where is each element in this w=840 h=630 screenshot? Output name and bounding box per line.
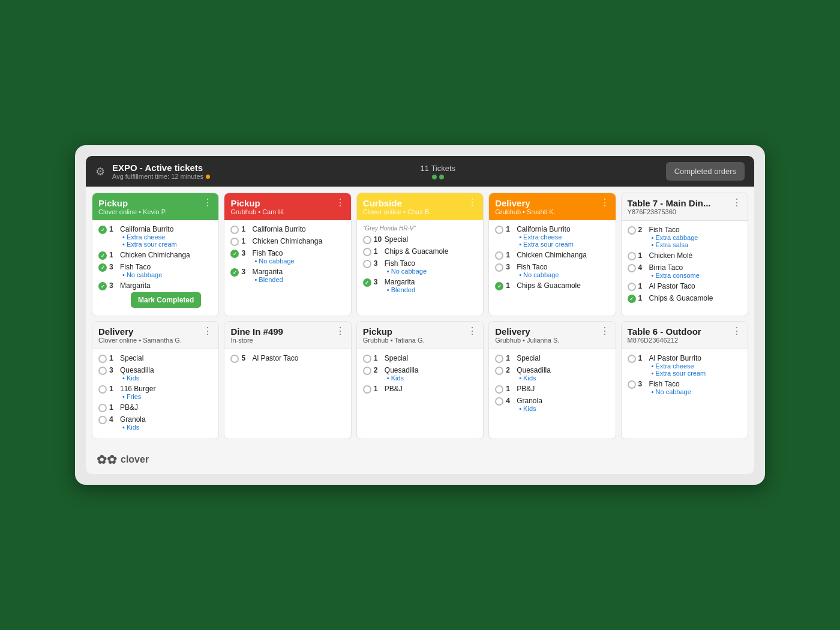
ticket-type: Delivery: [495, 326, 559, 337]
item-check-2[interactable]: [230, 250, 239, 258]
tickets-grid: Pickup Clover online • Kevin P. ⋮ 1 Cali…: [86, 187, 754, 445]
item-check-3[interactable]: [495, 282, 503, 290]
ticket-menu-icon[interactable]: ⋮: [335, 198, 345, 208]
item-name: California Burrito: [517, 225, 574, 233]
item-check-4[interactable]: [98, 416, 107, 424]
item-check-2[interactable]: [363, 385, 371, 394]
item-check-3[interactable]: [230, 268, 239, 277]
order-item: 3 Margarita Mark Completed: [98, 281, 212, 308]
ticket-body: 1 California Burrito Extra cheeseExtra s…: [489, 220, 615, 316]
order-item: 3 Fish Taco No cabbage: [495, 263, 609, 278]
ticket-menu-icon[interactable]: ⋮: [600, 198, 610, 208]
order-item: 3 Margarita Blended: [363, 278, 477, 293]
item-mod: Extra sour cream: [517, 241, 574, 248]
item-name-block: Chips & Guacamole: [517, 281, 581, 290]
item-check-0[interactable]: [495, 355, 503, 363]
item-name: Quesadilla: [517, 366, 551, 374]
item-check-0[interactable]: [628, 226, 636, 235]
item-check-1[interactable]: [495, 251, 503, 260]
item-check-1[interactable]: [363, 248, 371, 256]
item-check-1[interactable]: [628, 252, 636, 260]
item-check-2[interactable]: [98, 263, 107, 272]
ticket-body: 1 Special 3 Quesadilla Kids 1: [92, 349, 218, 439]
item-mod: Kids: [120, 374, 154, 382]
ticket-menu-icon[interactable]: ⋮: [335, 326, 345, 336]
item-qty: 5: [241, 354, 250, 362]
item-mod: Extra consome: [649, 272, 700, 279]
item-name-block: California Burrito Extra cheeseExtra sou…: [120, 225, 177, 248]
item-check-1[interactable]: [230, 238, 239, 246]
ticket-menu-icon[interactable]: ⋮: [600, 326, 610, 336]
mark-completed-button[interactable]: Mark Completed: [131, 292, 201, 308]
status-dot: [206, 175, 210, 179]
item-check-0[interactable]: [98, 226, 107, 234]
item-name: Quesadilla: [385, 366, 419, 374]
item-check-0[interactable]: [230, 226, 239, 234]
item-qty: 3: [374, 259, 382, 268]
ticket-header: Pickup Clover online • Kevin P. ⋮: [92, 193, 218, 220]
item-check-1[interactable]: [628, 380, 636, 389]
item-check-3[interactable]: [98, 282, 107, 290]
item-check-0[interactable]: [495, 226, 503, 234]
item-check-0[interactable]: [230, 355, 239, 363]
item-check-2[interactable]: [98, 385, 107, 394]
item-name-block: Al Pastor Taco: [252, 354, 298, 362]
item-check-1[interactable]: [495, 367, 503, 375]
item-name-block: PB&J: [120, 403, 138, 412]
item-check-0[interactable]: [363, 355, 371, 363]
item-check-3[interactable]: [495, 397, 503, 406]
ticket-source: Grubhub • Cam H.: [230, 208, 284, 215]
inner-container: ⚙ EXPO - Active tickets Avg fulfillment …: [86, 156, 754, 474]
app-footer: ✿✿ clover: [86, 445, 754, 474]
order-item: 3 Quesadilla Kids: [98, 366, 212, 382]
ticket-card-t5: Table 7 - Main Din... Y876F23875360 ⋮ 2 …: [621, 193, 748, 316]
item-check-1[interactable]: [363, 367, 371, 375]
order-item: 1 PB&J: [98, 403, 212, 412]
item-check-1[interactable]: [98, 367, 107, 375]
ticket-menu-icon[interactable]: ⋮: [203, 326, 212, 336]
item-qty: 1: [241, 225, 250, 233]
item-name: Quesadilla: [120, 366, 154, 374]
item-check-0[interactable]: [628, 355, 636, 363]
order-item: 1 Special: [495, 354, 609, 363]
ticket-body: 1 California Burrito Extra cheeseExtra s…: [92, 220, 218, 316]
item-mod: Extra cheese: [517, 233, 574, 241]
ticket-menu-icon[interactable]: ⋮: [732, 198, 742, 208]
order-item: 5 Al Pastor Taco: [230, 354, 344, 363]
item-name: Al Pastor Taco: [252, 354, 298, 362]
item-check-3[interactable]: [363, 278, 371, 287]
order-item: 1 Al Pastor Burrito Extra cheeseExtra so…: [628, 354, 742, 377]
ticket-body: 1 Special 2 Quesadilla Kids 1: [489, 349, 615, 439]
item-check-2[interactable]: [495, 385, 503, 394]
ticket-note: "Grey Honda HR-V": [363, 225, 477, 232]
order-item: 1 California Burrito Extra cheeseExtra s…: [98, 225, 212, 248]
ticket-menu-icon[interactable]: ⋮: [467, 326, 477, 336]
item-check-2[interactable]: [628, 264, 636, 272]
item-qty: 4: [506, 397, 514, 405]
completed-orders-button[interactable]: Completed orders: [666, 162, 745, 181]
item-name-block: Chicken Chimichanga: [517, 251, 587, 259]
ticket-menu-icon[interactable]: ⋮: [732, 326, 742, 336]
order-item: 1 Al Pastor Taco: [628, 282, 742, 291]
dot2: [439, 175, 444, 179]
item-check-3[interactable]: [98, 404, 107, 412]
item-check-3[interactable]: [628, 283, 636, 291]
ticket-type: Dine In #499: [230, 326, 283, 337]
ticket-type: Curbside: [363, 198, 431, 208]
item-name: Fish Taco: [385, 259, 427, 268]
item-check-2[interactable]: [363, 260, 371, 268]
ticket-menu-icon[interactable]: ⋮: [203, 198, 212, 208]
item-check-2[interactable]: [495, 263, 503, 272]
item-name-block: Granola Kids: [517, 397, 542, 412]
ticket-menu-icon[interactable]: ⋮: [467, 198, 477, 208]
item-check-0[interactable]: [363, 236, 371, 244]
item-name-block: PB&J: [385, 385, 403, 393]
item-check-4[interactable]: [628, 295, 636, 303]
item-name: Special: [385, 354, 408, 362]
item-check-0[interactable]: [98, 355, 107, 363]
order-item: 3 Fish Taco No cabbage: [628, 380, 742, 395]
item-check-1[interactable]: [98, 251, 107, 260]
item-mod: Extra sour cream: [120, 241, 177, 248]
item-qty: 2: [506, 366, 514, 374]
settings-icon[interactable]: ⚙: [95, 165, 105, 178]
